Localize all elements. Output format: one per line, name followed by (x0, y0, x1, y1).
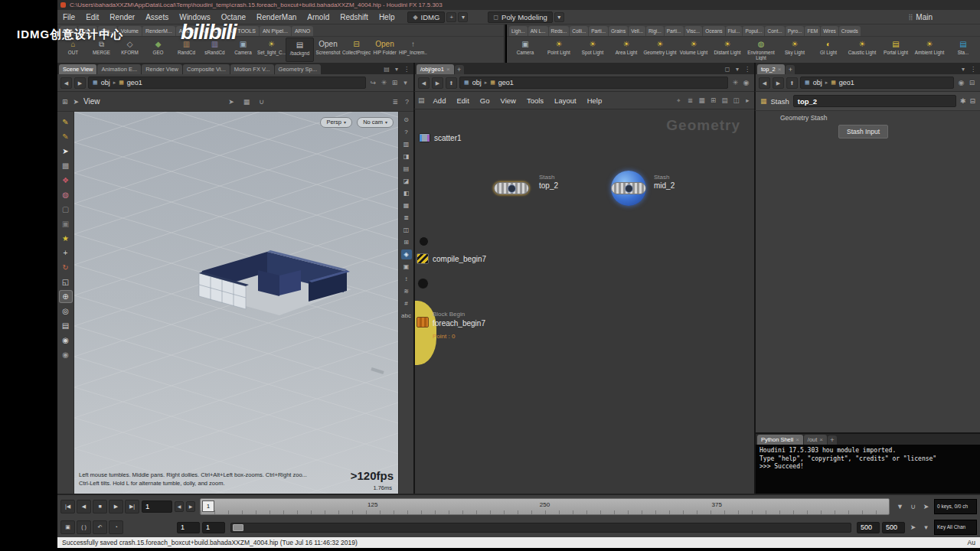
timeline-ruler[interactable]: 1 125 250 375 (200, 498, 890, 515)
pane-tab[interactable]: Motion FX V... (230, 64, 274, 74)
prev-frame-button[interactable]: ◀ (175, 501, 184, 512)
python-shell-console[interactable]: Houdini 17.5.303 hou module imported.Typ… (754, 445, 980, 494)
shelf-tool-camera2[interactable]: ▣ Camera (508, 37, 542, 62)
rotate-handle-icon[interactable]: ↻ (60, 262, 72, 273)
shelf-tool-collectproject[interactable]: ⊟ CollectProject (342, 37, 371, 62)
range-slider-handle[interactable] (233, 524, 243, 531)
pane-options-icon[interactable]: ⋮ (970, 66, 976, 73)
forward-button[interactable]: ▶ (432, 77, 443, 89)
paint-brush-icon[interactable]: ✎ (60, 116, 72, 128)
waves-icon[interactable]: ≋ (401, 286, 412, 296)
pane-options-icon[interactable]: ⋮ (744, 66, 750, 73)
shelf-tab[interactable]: Parti... (589, 26, 608, 36)
shelf-tab[interactable]: Cont... (765, 26, 784, 36)
shelf-tab[interactable]: RenderM... (142, 26, 175, 36)
range-subend-field[interactable]: 500 (882, 522, 905, 533)
network-menu-item[interactable]: Help (582, 96, 608, 105)
path-root[interactable]: obj (472, 79, 482, 86)
help-icon[interactable]: ? (401, 127, 412, 137)
pin-icon[interactable]: ◉ (958, 79, 965, 86)
viewport-layout-icon[interactable]: ▤ (60, 320, 72, 331)
range-slider[interactable] (230, 523, 851, 533)
secure-selection-icon[interactable]: ▩ (60, 160, 72, 171)
scale-handle-icon[interactable]: ◱ (60, 276, 72, 288)
pane-tab[interactable]: top_2 × (757, 64, 785, 74)
maximize-icon[interactable]: ◻ (724, 66, 730, 73)
back-button[interactable]: ◀ (759, 77, 770, 89)
shelf-tab[interactable]: Oceans (703, 26, 724, 36)
collapse-icon[interactable]: ⊟ (969, 97, 975, 105)
play-reverse-button[interactable]: ◀ (77, 500, 91, 514)
new-tab-button[interactable]: + (455, 65, 464, 74)
shelf-tab[interactable]: Grains (609, 26, 628, 36)
shelf-tab[interactable]: Parti... (665, 26, 684, 36)
path-root[interactable]: obj (101, 79, 110, 86)
playhead-marker[interactable]: 1 (202, 500, 214, 512)
shelf-tab[interactable]: AN Pipel... (260, 26, 291, 36)
gear-icon[interactable]: ✱ (960, 97, 966, 105)
tile-view-icon[interactable]: ⊞ (401, 237, 412, 247)
pin-icon[interactable]: ◉ (743, 79, 750, 86)
shelf-tool-environmentlight[interactable]: ◍ Environment Light (744, 37, 778, 62)
parameters-breadcrumb[interactable]: ▦ obj ▸ ▦ geo1 (800, 77, 954, 89)
snapping-magnet-icon[interactable]: ∪ (259, 98, 264, 106)
split-view-icon[interactable]: ◫ (733, 96, 740, 105)
pane-menu-icon[interactable]: ▾ (734, 66, 740, 73)
shelf-tool-spotlight[interactable]: ☀ Spot Light (576, 37, 609, 62)
path-node[interactable]: geo1 (498, 79, 514, 86)
list-view-icon[interactable]: ≣ (687, 96, 694, 105)
shelf-tool-hipincrement[interactable]: ↑ HIP_Increm... (399, 37, 427, 62)
pane-tab[interactable]: /out × (804, 435, 827, 445)
menu-item[interactable]: File (57, 13, 80, 21)
shelf-tab[interactable]: Vell... (629, 26, 645, 36)
menu-item[interactable]: Redshift (335, 13, 374, 21)
network-editor-canvas[interactable]: Geometry scatter1 Stash top_2 Stash mid_… (413, 109, 754, 494)
construction-plane-icon[interactable]: ▦ (243, 98, 250, 106)
shelf-tab[interactable]: Visc... (684, 26, 703, 36)
pane-tab[interactable]: Geometry Sp... (275, 64, 321, 74)
pane-menu-icon[interactable]: ▾ (394, 66, 400, 73)
node-name-label[interactable]: compile_begin7 (433, 255, 486, 263)
shelf-tab[interactable]: Crowds (839, 26, 861, 36)
translate-handle-icon[interactable]: + (60, 247, 72, 259)
view-projection-menu[interactable]: Persp ▾ (320, 117, 352, 128)
pane-layout-icon[interactable]: ▤ (384, 66, 390, 73)
3d-viewport[interactable]: Persp ▾ No cam ▾ Left mouse tumbles. Mid… (74, 112, 398, 494)
close-icon[interactable]: × (446, 66, 450, 73)
text-labels-icon[interactable]: abc (401, 311, 412, 321)
pane-tab[interactable]: Composite Vi... (183, 64, 230, 74)
pane-tab[interactable]: Scene View (59, 64, 96, 74)
desktop-selector[interactable]: ⣿ Main (908, 13, 933, 21)
path-node[interactable]: geo1 (839, 79, 854, 86)
shelf-tool-causticlight[interactable]: ☀ Caustic Light (845, 37, 879, 62)
range-menu-icon[interactable]: ▼ (894, 503, 906, 510)
current-tool-icon[interactable]: ➤ (74, 98, 80, 106)
node-mid-2[interactable] (611, 182, 646, 194)
prims-display-icon[interactable]: ▣ (401, 262, 412, 272)
shelf-tool-skylight[interactable]: ☀ Sky Light (778, 37, 812, 62)
play-button[interactable]: ▶ (109, 500, 123, 514)
node-scatter1[interactable] (419, 133, 430, 142)
panels-icon[interactable]: ▤ (401, 164, 412, 174)
show-objects-icon[interactable]: ◉ (60, 334, 72, 346)
shelf-tab[interactable]: Colli... (570, 26, 588, 36)
pose-icon[interactable]: ◎ (60, 305, 72, 317)
numbers-icon[interactable]: # (401, 298, 412, 308)
shelf-tab[interactable]: Pyro... (786, 26, 805, 36)
keyframe-display-icon[interactable]: ▣ (60, 520, 75, 534)
shelf-tab[interactable]: Rigi... (646, 26, 664, 36)
node-top-2[interactable] (494, 182, 529, 194)
stop-button[interactable]: ■ (93, 500, 107, 514)
shelf-tool-screenshot[interactable]: Open Screenshot (314, 37, 342, 62)
camera-menu[interactable]: No cam ▾ (357, 117, 394, 128)
network-menu-item[interactable]: View (495, 96, 521, 105)
pane-tab[interactable]: Animation E... (97, 64, 141, 74)
range-substart-field[interactable]: 1 (202, 522, 225, 533)
layout-grid-icon[interactable]: ⊞ (391, 79, 398, 86)
network-menu-item[interactable]: Add (428, 96, 452, 105)
shelf-tab[interactable]: Wires (821, 26, 838, 36)
tile-view-icon[interactable]: ⊞ (710, 96, 717, 105)
realtime-clock-icon[interactable]: ◔ (109, 520, 123, 534)
network-menu-item[interactable]: Tools (521, 96, 549, 105)
collapse-icon[interactable]: ⊟ (969, 79, 975, 86)
